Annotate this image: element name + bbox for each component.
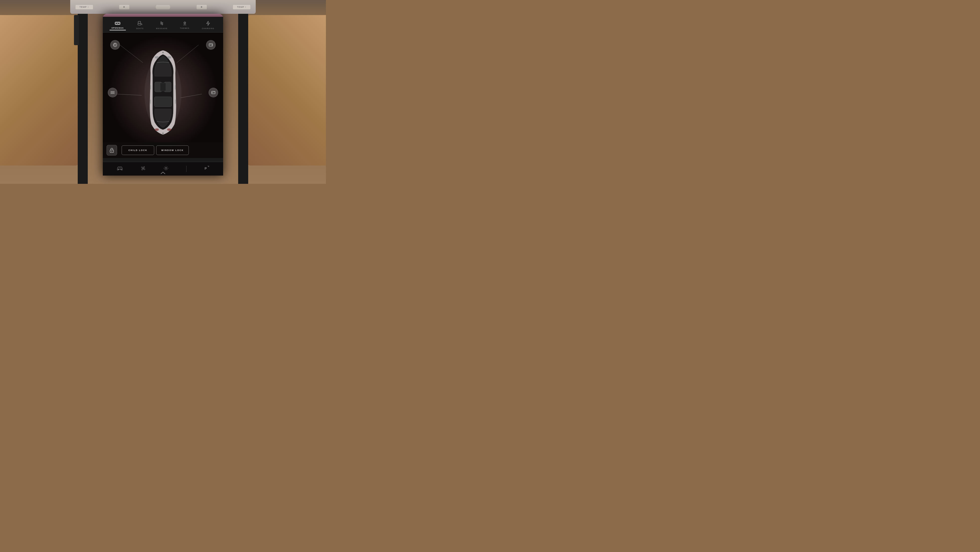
- pillar-right: [238, 0, 248, 184]
- control-btn-front-right[interactable]: [206, 40, 216, 49]
- svg-point-45: [155, 128, 159, 131]
- charge-port-icon: [113, 42, 118, 48]
- svg-rect-35: [212, 91, 215, 94]
- car-top-view: [138, 48, 188, 139]
- svg-point-54: [111, 151, 112, 152]
- massage-label: MASSAGE: [156, 27, 168, 29]
- lock-icon: [110, 148, 114, 153]
- svg-point-51: [162, 52, 164, 53]
- openings-label: OPENINGS: [111, 27, 124, 29]
- top-bezel: TEMP ↑ ❄ ❄ TEMP ↑: [70, 0, 256, 14]
- tab-charging[interactable]: CHARGING: [200, 20, 216, 30]
- system-bar: P: [103, 162, 223, 175]
- themes-icon: [182, 21, 188, 26]
- screen-topbar: [103, 14, 223, 17]
- fan-left[interactable]: ❄: [119, 5, 130, 10]
- svg-point-44: [167, 56, 171, 59]
- window-icon: [110, 91, 115, 94]
- svg-rect-3: [138, 21, 141, 23]
- control-btn-mid-right[interactable]: [208, 88, 218, 97]
- svg-rect-4: [138, 23, 141, 25]
- temp-left[interactable]: TEMP ↑: [75, 5, 93, 10]
- action-row: CHILD LOCK WINDOW LOCK: [107, 145, 220, 155]
- door-rear-right-icon: [211, 90, 216, 95]
- pillar-left: [78, 0, 88, 184]
- svg-line-24: [115, 44, 115, 44]
- temp-right[interactable]: TEMP ↑: [233, 5, 251, 10]
- charging-icon: [206, 21, 210, 27]
- seat-left: [0, 15, 80, 166]
- tab-massage[interactable]: MASSAGE: [154, 20, 170, 30]
- svg-line-12: [184, 22, 184, 22]
- screen-content: CHILD LOCK WINDOW LOCK: [103, 33, 223, 158]
- svg-point-43: [155, 56, 159, 59]
- svg-line-15: [184, 23, 184, 24]
- nav-tabs: OPENINGS SEATS MASSAGE: [103, 17, 223, 33]
- lock-button[interactable]: [107, 145, 117, 155]
- svg-point-52: [162, 132, 164, 134]
- chevron-up-icon[interactable]: [160, 171, 166, 175]
- sys-car-icon[interactable]: [116, 166, 123, 171]
- window-lock-button[interactable]: WINDOW LOCK: [156, 145, 189, 155]
- svg-text:P: P: [205, 166, 207, 170]
- tab-themes[interactable]: THEMES: [178, 20, 191, 30]
- tab-seats[interactable]: SEATS: [134, 20, 146, 30]
- door-front-right-icon: [208, 42, 213, 48]
- svg-rect-1: [116, 22, 117, 24]
- child-lock-button[interactable]: CHILD LOCK: [122, 145, 154, 155]
- themes-label: THEMES: [180, 27, 189, 29]
- main-screen: OPENINGS SEATS MASSAGE: [103, 14, 223, 175]
- svg-marker-18: [207, 21, 210, 26]
- svg-point-30: [212, 45, 212, 45]
- svg-rect-29: [209, 44, 213, 46]
- massage-icon: [159, 21, 164, 27]
- seats-label: SEATS: [136, 27, 144, 29]
- svg-point-59: [165, 168, 167, 169]
- tab-openings[interactable]: OPENINGS: [110, 20, 126, 30]
- svg-point-7: [184, 22, 186, 24]
- sys-fan-icon[interactable]: [140, 166, 146, 172]
- svg-point-46: [167, 128, 171, 131]
- svg-point-58: [143, 168, 144, 169]
- sys-parking-icon[interactable]: P: [204, 166, 209, 172]
- bottom-controls: CHILD LOCK WINDOW LOCK: [103, 142, 223, 158]
- openings-icon: [115, 21, 120, 26]
- charging-label: CHARGING: [202, 27, 214, 29]
- fan-right[interactable]: ❄: [196, 5, 207, 10]
- svg-point-36: [212, 92, 213, 93]
- bezel-center-vent: [156, 5, 170, 10]
- svg-rect-2: [118, 22, 119, 24]
- seats-icon: [138, 21, 142, 27]
- control-btn-front-left[interactable]: [110, 40, 120, 49]
- svg-point-21: [115, 44, 116, 46]
- svg-rect-42: [160, 83, 166, 91]
- seat-right: [246, 15, 326, 166]
- control-btn-mid-left[interactable]: [108, 88, 117, 97]
- seatbelt: [74, 15, 79, 45]
- svg-rect-41: [154, 97, 172, 107]
